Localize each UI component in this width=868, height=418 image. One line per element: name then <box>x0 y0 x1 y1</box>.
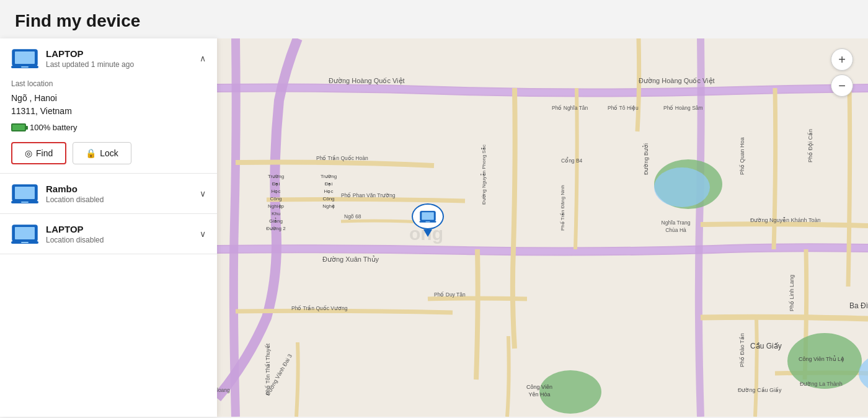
device-subtitle-laptop-main: Last updated 1 minute ago <box>46 60 134 69</box>
svg-text:Khu: Khu <box>272 211 280 216</box>
svg-point-16 <box>654 167 710 207</box>
svg-rect-80 <box>425 221 430 222</box>
device-header-laptop-main[interactable]: LAPTOP Last updated 1 minute ago ∧ <box>11 47 206 69</box>
svg-text:Nghĩa Trang: Nghĩa Trang <box>662 220 691 226</box>
svg-text:Phố Linh Lang: Phố Linh Lang <box>789 275 795 311</box>
battery-label: 100% battery <box>30 123 78 132</box>
device-subtitle-rambo: Location disabled <box>46 195 104 204</box>
svg-text:Phố Trần Quốc Hoàn: Phố Trần Quốc Hoàn <box>316 155 368 161</box>
svg-text:Cổng B4: Cổng B4 <box>561 157 583 164</box>
action-buttons: ◎ Find 🔒 Lock <box>11 142 206 164</box>
svg-text:Ngõ 68: Ngõ 68 <box>344 213 361 220</box>
svg-text:Phố Đào Tần: Phố Đào Tần <box>739 333 745 367</box>
lock-button[interactable]: 🔒 Lock <box>73 142 131 164</box>
svg-rect-9 <box>15 227 35 239</box>
svg-text:Yên Hòa: Yên Hòa <box>528 391 550 398</box>
svg-text:Công Viên: Công Viên <box>526 384 552 390</box>
find-icon: ◎ <box>25 148 32 158</box>
marker-laptop-icon <box>418 210 438 223</box>
svg-text:Phố Trần Quốc Vương: Phố Trần Quốc Vương <box>291 305 348 311</box>
svg-text:Công: Công <box>322 196 334 202</box>
svg-text:Phố Nghĩa Tân: Phố Nghĩa Tân <box>552 105 588 111</box>
svg-text:Phố Trần Đăng Ninh: Phố Trần Đăng Ninh <box>560 185 565 231</box>
device-item-rambo[interactable]: Rambo Location disabled ∨ <box>0 174 217 214</box>
svg-text:Nghiệp: Nghiệp <box>268 203 284 209</box>
svg-text:Phố Tô Hiệu: Phố Tô Hiệu <box>608 105 639 111</box>
svg-rect-1 <box>15 51 35 64</box>
marker-bubble <box>412 203 444 229</box>
svg-rect-7 <box>21 202 29 203</box>
chevron-down-icon-laptop-2: ∨ <box>200 229 206 239</box>
svg-text:Phố Đội Cấn: Phố Đội Cấn <box>807 129 813 162</box>
svg-text:Cầu Giấy: Cầu Giấy <box>750 342 782 350</box>
zoom-in-button[interactable]: + <box>831 48 853 71</box>
address-line2: 11311, Vietnam <box>11 106 72 116</box>
device-details-laptop-main: Last location Ngõ , Hanoi 11311, Vietnam… <box>11 79 206 164</box>
find-button[interactable]: ◎ Find <box>11 142 66 164</box>
page-header: Find my device <box>0 0 868 38</box>
svg-text:Đường Bưởi: Đường Bưởi <box>642 143 649 175</box>
laptop-icon-2 <box>11 223 38 245</box>
svg-text:Nghệ: Nghệ <box>322 203 335 209</box>
main-area: LAPTOP Last updated 1 minute ago ∧ Last … <box>0 38 868 417</box>
address-line1: Ngõ , Hanoi <box>11 93 57 103</box>
svg-text:Học: Học <box>272 189 281 194</box>
device-header-rambo[interactable]: Rambo Location disabled ∨ <box>11 182 206 205</box>
map-marker <box>412 203 444 237</box>
svg-text:Đường Nguyễn Khánh Toàn: Đường Nguyễn Khánh Toàn <box>750 217 820 223</box>
device-name-laptop-2: LAPTOP <box>46 224 104 234</box>
laptop-icon-rambo <box>11 182 38 205</box>
lock-button-label: Lock <box>100 148 118 158</box>
marker-pin <box>423 229 432 237</box>
device-left-laptop-main: LAPTOP Last updated 1 minute ago <box>11 47 134 69</box>
map-background: Đường Hoàng Quốc Việt Đường Hoàng Quốc V… <box>217 38 868 417</box>
svg-rect-5 <box>15 187 35 199</box>
device-item-laptop-2[interactable]: LAPTOP Location disabled ∨ <box>0 214 217 254</box>
svg-text:Học: Học <box>324 189 334 194</box>
device-name-laptop-main: LAPTOP <box>46 48 134 59</box>
svg-text:Đường Hoàng Quốc Việt: Đường Hoàng Quốc Việt <box>329 77 405 85</box>
svg-text:Đường La Thành: Đường La Thành <box>800 381 843 387</box>
device-left-laptop-2: LAPTOP Location disabled <box>11 223 104 245</box>
battery-row: 100% battery <box>11 123 206 132</box>
svg-rect-78 <box>422 212 434 220</box>
zoom-controls: + − <box>831 48 853 100</box>
svg-text:Phố Tôn Thất Thuyết: Phố Tôn Thất Thuyết <box>265 343 271 395</box>
device-panel: LAPTOP Last updated 1 minute ago ∧ Last … <box>0 38 217 417</box>
svg-text:Phố Hoàng Sâm: Phố Hoàng Sâm <box>663 105 703 111</box>
chevron-up-icon: ∧ <box>200 53 206 63</box>
svg-text:Phố Duy Tân: Phố Duy Tân <box>434 291 466 298</box>
laptop-icon-main <box>11 47 38 69</box>
svg-text:Đại: Đại <box>325 181 333 187</box>
battery-icon <box>11 123 26 131</box>
device-info-laptop-2: LAPTOP Location disabled <box>46 224 104 244</box>
svg-text:Ba Đình: Ba Đình <box>849 301 868 310</box>
device-name-rambo: Rambo <box>46 184 104 194</box>
device-info-rambo: Rambo Location disabled <box>46 184 104 204</box>
svg-text:Đường Xuân Thủy: Đường Xuân Thủy <box>322 256 379 263</box>
lock-icon: 🔒 <box>86 148 96 158</box>
svg-text:Công Viên Thủ Lệ: Công Viên Thủ Lệ <box>799 355 844 362</box>
svg-text:Đường Nguyễn Phong Sắc: Đường Nguyễn Phong Sắc <box>480 145 487 205</box>
svg-text:loang: loang <box>217 387 230 393</box>
find-button-label: Find <box>36 148 53 158</box>
location-address: Ngõ , Hanoi 11311, Vietnam <box>11 92 206 118</box>
svg-text:Đường Hoàng Quốc Việt: Đường Hoàng Quốc Việt <box>639 77 715 85</box>
svg-text:Giảng: Giảng <box>269 218 283 224</box>
svg-text:Công: Công <box>270 196 281 202</box>
svg-text:Chùa Hà: Chùa Hà <box>665 227 686 233</box>
page-title: Find my device <box>15 11 853 31</box>
svg-text:Phố Phan Văn Trường: Phố Phan Văn Trường <box>341 192 396 198</box>
device-subtitle-laptop-2: Location disabled <box>46 236 104 244</box>
svg-text:Trường: Trường <box>268 174 284 179</box>
device-info-laptop-main: LAPTOP Last updated 1 minute ago <box>46 48 134 69</box>
zoom-out-button[interactable]: − <box>831 74 853 97</box>
device-left-rambo: Rambo Location disabled <box>11 182 104 205</box>
last-location-label: Last location <box>11 79 206 88</box>
svg-text:Đường 2: Đường 2 <box>266 226 286 231</box>
svg-text:Đường Cầu Giấy: Đường Cầu Giấy <box>738 387 782 393</box>
svg-text:Phố Quan Hoa: Phố Quan Hoa <box>739 137 745 175</box>
device-item-laptop-main[interactable]: LAPTOP Last updated 1 minute ago ∧ Last … <box>0 38 217 174</box>
device-header-laptop-2[interactable]: LAPTOP Location disabled ∨ <box>11 223 206 245</box>
svg-text:Trường: Trường <box>321 174 337 179</box>
